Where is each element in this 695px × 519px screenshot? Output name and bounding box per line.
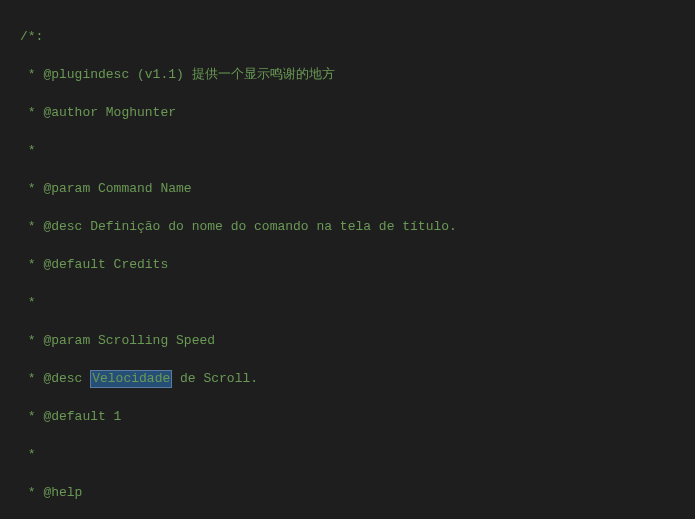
code-line: * @param Command Name	[20, 181, 192, 196]
code-line: * @desc Definição do nome do comando na …	[20, 219, 457, 234]
code-line: *	[20, 295, 36, 310]
code-line: * @author Moghunter	[20, 105, 176, 120]
code-line: *	[20, 143, 43, 158]
code-line: *	[20, 447, 36, 462]
code-line: * @desc Velocidade de Scroll.	[20, 371, 258, 386]
code-line: * @param Scrolling Speed	[20, 333, 215, 348]
code-line: * @default 1	[20, 409, 121, 424]
code-line: /*:	[20, 29, 43, 44]
code-block: /*: * @plugindesc (v1.1) 提供一个显示鸣谢的地方 * @…	[20, 0, 695, 519]
selected-text[interactable]: Velocidade	[90, 370, 172, 388]
code-line: * @default Credits	[20, 257, 168, 272]
code-line: * @plugindesc (v1.1) 提供一个显示鸣谢的地方	[20, 67, 335, 82]
code-line: * @help	[20, 485, 98, 500]
